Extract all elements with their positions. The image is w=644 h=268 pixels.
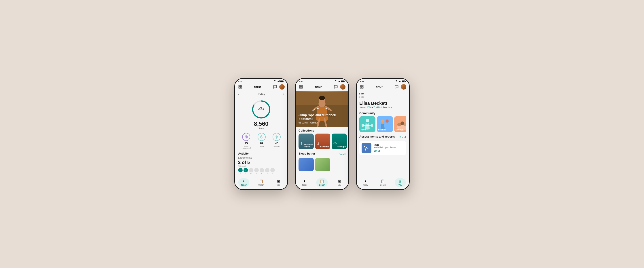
svg-rect-44 (362, 93, 363, 94)
svg-rect-46 (359, 94, 360, 95)
svg-rect-38 (360, 85, 361, 86)
ecg-card[interactable]: ECG Available for your device Set up (359, 141, 406, 155)
exercise-days-label: Exercise days (238, 157, 284, 159)
signal-bars-3 (399, 80, 401, 82)
svg-point-68 (400, 121, 404, 125)
avatar-3[interactable] (401, 84, 406, 90)
svg-rect-53 (363, 96, 364, 97)
svg-point-59 (366, 119, 369, 122)
community-feed[interactable]: Feed (359, 116, 376, 132)
next-day-button[interactable]: › (283, 92, 284, 96)
metrics-row: 75 Stressmanagement 82 Sleep (235, 131, 287, 151)
collection-available[interactable]: Available to you (298, 134, 314, 149)
bottom-nav-1: ✦ Today 📋 Coach ⊞ You (235, 177, 287, 189)
nav-you-3[interactable]: ⊞ You (395, 178, 406, 187)
svg-point-64 (381, 119, 384, 123)
collection-cards: Available to you F (298, 134, 346, 149)
collection-strength[interactable]: Strength (332, 134, 347, 149)
groups-label: Groups (396, 128, 404, 131)
top-bar-right-3 (394, 84, 406, 90)
sleep-section: Sleep better See all (296, 151, 348, 173)
nav-today-3[interactable]: ✦ Today (360, 178, 371, 187)
time-3: 9:30 (360, 80, 364, 82)
nav-you-1[interactable]: ⊞ You (273, 178, 284, 187)
steps-value: 8,560 (254, 120, 268, 127)
sleep-see-all[interactable]: See all (338, 153, 346, 155)
svg-rect-17 (300, 85, 300, 86)
you-label-1: You (277, 184, 280, 186)
message-icon-2[interactable] (334, 84, 338, 89)
svg-rect-33 (336, 143, 337, 144)
day-t: ✓ T (244, 168, 248, 174)
sleep-card-2[interactable] (315, 158, 330, 171)
phone-coach: 9:30 (295, 78, 349, 190)
community-friends[interactable]: Friends (377, 116, 393, 132)
message-icon-1[interactable] (272, 84, 278, 89)
premium-link[interactable]: Try Fitbit Premium (374, 106, 392, 109)
status-icons-1 (274, 80, 284, 82)
hero-image[interactable]: Jump rope and dumbbell bootcamp 15 min •… (296, 91, 348, 127)
day-f: F (260, 168, 264, 174)
assessments-title: Assessments and reports (359, 135, 395, 138)
coach-label-2: Coach (319, 184, 325, 186)
ecg-title: ECG (374, 144, 404, 146)
nav-coach-2[interactable]: 📋 Coach (316, 178, 328, 187)
activity-section: Activity Exercise days 2 of 5 This week … (235, 151, 287, 177)
top-bar-3: fitbit (357, 83, 409, 91)
svg-point-13 (336, 81, 336, 82)
svg-rect-41 (362, 87, 363, 88)
status-bar-1: 9:30 (235, 79, 287, 83)
menu-icon-3[interactable] (359, 84, 364, 89)
svg-rect-20 (302, 87, 302, 88)
svg-point-28 (318, 142, 319, 143)
you-scroll[interactable]: Elisa Beckett Joined 2016 • Try Fitbit P… (357, 91, 409, 177)
day-m: ✓ M (238, 168, 242, 174)
nav-coach-3[interactable]: 📋 Coach (377, 178, 388, 187)
svg-point-25 (319, 96, 325, 100)
week-dots: ✓ M ✓ T W T (238, 168, 284, 174)
you-icon-2: ⊞ (338, 179, 341, 183)
svg-rect-36 (406, 81, 406, 82)
you-icon-3: ⊞ (399, 179, 402, 183)
nav-you-2[interactable]: ⊞ You (334, 178, 345, 187)
prev-day-button[interactable]: ‹ (238, 92, 239, 96)
community-groups[interactable]: Groups (394, 116, 406, 132)
avatar-1[interactable] (279, 84, 285, 90)
phone2-content: Jump rope and dumbbell bootcamp 15 min •… (296, 91, 348, 189)
svg-rect-45 (363, 93, 364, 94)
sleep-card-1[interactable] (298, 158, 314, 171)
zone-icon (272, 133, 281, 141)
coach-scroll[interactable]: Collections Available to you (296, 127, 348, 177)
message-icon-3[interactable] (394, 84, 399, 89)
ecg-subtitle: Available for your device (374, 146, 404, 149)
coach-label-1: Coach (258, 184, 264, 186)
svg-rect-16 (341, 81, 344, 82)
ecg-thumbnail (362, 143, 372, 153)
nav-coach-1[interactable]: 📋 Coach (256, 178, 267, 187)
you-label-2: You (338, 184, 341, 186)
nav-today-2[interactable]: ✦ Today (299, 178, 310, 187)
steps-label: Steps (258, 127, 264, 130)
svg-rect-32 (334, 143, 334, 144)
menu-icon-1[interactable] (238, 84, 242, 89)
svg-point-27 (302, 142, 302, 143)
svg-rect-56 (362, 97, 363, 98)
you-icon-1: ⊞ (277, 179, 280, 183)
week-label: This week (238, 165, 284, 167)
svg-rect-6 (238, 87, 240, 88)
menu-icon-2[interactable] (298, 84, 304, 89)
setup-button[interactable]: Set up (374, 149, 380, 152)
collection-favorites[interactable]: Favorites (315, 134, 330, 149)
friends-label: Friends (378, 128, 386, 131)
day-w-dot (249, 168, 253, 172)
stress-label: Stressmanagement (242, 146, 251, 149)
zone-label: Zone Min (274, 146, 280, 147)
svg-rect-39 (362, 85, 363, 86)
avatar-2[interactable] (340, 84, 346, 90)
nav-today-1[interactable]: ✦ Today (238, 178, 249, 187)
status-icons-2 (334, 80, 345, 82)
assessments-see-all[interactable]: See all (399, 136, 406, 138)
today-label-2: Today (302, 184, 307, 186)
zone-metric: 46 Zone Min (272, 133, 281, 149)
top-bar-1: fitbit (235, 83, 287, 91)
